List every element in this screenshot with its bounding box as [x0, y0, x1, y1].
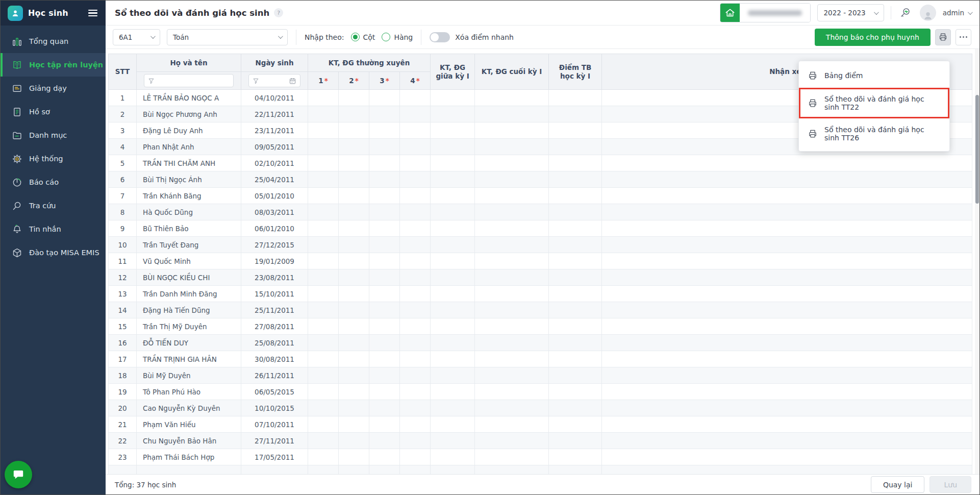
grade-cell-average[interactable] [549, 384, 602, 400]
comment-cell[interactable] [602, 155, 972, 171]
grade-cell-regular-2[interactable] [339, 90, 369, 106]
grade-cell-regular-2[interactable] [339, 269, 369, 286]
grade-cell-regular-4[interactable] [400, 204, 431, 220]
grade-cell-regular-2[interactable] [339, 286, 369, 302]
comment-cell[interactable] [602, 465, 972, 475]
grade-cell-midterm[interactable] [431, 253, 475, 269]
grade-cell-final[interactable] [475, 384, 549, 400]
comment-cell[interactable] [602, 204, 972, 220]
grade-cell-regular-3[interactable] [369, 384, 400, 400]
grade-cell-final[interactable] [475, 106, 549, 122]
school-year-select[interactable]: 2022 - 2023 [817, 4, 884, 21]
grade-cell-regular-2[interactable] [339, 318, 369, 335]
grade-cell-regular-1[interactable] [308, 204, 339, 220]
grade-cell-regular-1[interactable] [308, 171, 339, 188]
grade-cell-regular-4[interactable] [400, 465, 431, 475]
grade-cell-regular-1[interactable] [308, 220, 339, 237]
grade-cell-average[interactable] [549, 465, 602, 475]
class-select[interactable]: 6A1 [113, 29, 160, 45]
comment-cell[interactable] [602, 171, 972, 188]
grade-cell-regular-2[interactable] [339, 204, 369, 220]
grade-cell-regular-1[interactable] [308, 106, 339, 122]
grade-cell-regular-2[interactable] [339, 171, 369, 188]
grade-cell-average[interactable] [549, 253, 602, 269]
help-icon[interactable]: ? [274, 8, 283, 17]
grade-cell-regular-1[interactable] [308, 139, 339, 155]
grade-cell-final[interactable] [475, 220, 549, 237]
grade-cell-midterm[interactable] [431, 155, 475, 171]
grade-cell-final[interactable] [475, 335, 549, 351]
grade-cell-regular-1[interactable] [308, 237, 339, 253]
grade-cell-final[interactable] [475, 433, 549, 449]
grade-cell-regular-2[interactable] [339, 122, 369, 139]
print-menu-item[interactable]: Sổ theo dõi và đánh giá học sinh TT22 [799, 88, 949, 118]
grade-cell-average[interactable] [549, 416, 602, 433]
radio-column[interactable]: Cột [351, 33, 375, 41]
grade-cell-final[interactable] [475, 302, 549, 318]
grade-cell-regular-2[interactable] [339, 220, 369, 237]
grade-cell-regular-1[interactable] [308, 433, 339, 449]
grade-cell-midterm[interactable] [431, 433, 475, 449]
grade-cell-final[interactable] [475, 465, 549, 475]
grade-cell-final[interactable] [475, 400, 549, 416]
grade-cell-regular-2[interactable] [339, 155, 369, 171]
grade-cell-regular-4[interactable] [400, 351, 431, 367]
grade-cell-final[interactable] [475, 253, 549, 269]
grade-cell-regular-4[interactable] [400, 286, 431, 302]
grade-cell-final[interactable] [475, 351, 549, 367]
grade-cell-regular-2[interactable] [339, 400, 369, 416]
sidebar-item-bao-cao[interactable]: Báo cáo [1, 170, 106, 194]
grade-cell-midterm[interactable] [431, 237, 475, 253]
grade-cell-average[interactable] [549, 433, 602, 449]
grade-cell-regular-2[interactable] [339, 106, 369, 122]
grade-cell-regular-1[interactable] [308, 367, 339, 384]
grade-cell-regular-1[interactable] [308, 90, 339, 106]
grade-cell-average[interactable] [549, 90, 602, 106]
grade-cell-regular-3[interactable] [369, 318, 400, 335]
grade-cell-average[interactable] [549, 155, 602, 171]
grade-cell-average[interactable] [549, 335, 602, 351]
comment-cell[interactable] [602, 302, 972, 318]
radio-row[interactable]: Hàng [382, 33, 413, 41]
grade-cell-regular-4[interactable] [400, 416, 431, 433]
sidebar-item-giang-day[interactable]: Giảng dạy [1, 77, 106, 100]
grade-cell-midterm[interactable] [431, 286, 475, 302]
grade-cell-final[interactable] [475, 318, 549, 335]
grade-cell-final[interactable] [475, 139, 549, 155]
sidebar-item-tra-cuu[interactable]: Tra cứu [1, 194, 106, 217]
grade-cell-regular-3[interactable] [369, 106, 400, 122]
grade-cell-regular-3[interactable] [369, 286, 400, 302]
comment-cell[interactable] [602, 318, 972, 335]
grade-cell-average[interactable] [549, 400, 602, 416]
grade-cell-regular-4[interactable] [400, 188, 431, 204]
grade-cell-regular-2[interactable] [339, 384, 369, 400]
grade-cell-regular-2[interactable] [339, 302, 369, 318]
comment-cell[interactable] [602, 220, 972, 237]
grade-cell-average[interactable] [549, 122, 602, 139]
grade-cell-regular-4[interactable] [400, 237, 431, 253]
grade-cell-regular-4[interactable] [400, 122, 431, 139]
grade-cell-midterm[interactable] [431, 449, 475, 465]
grade-cell-midterm[interactable] [431, 122, 475, 139]
grade-cell-midterm[interactable] [431, 269, 475, 286]
grade-cell-average[interactable] [549, 171, 602, 188]
grade-cell-regular-2[interactable] [339, 335, 369, 351]
grade-cell-final[interactable] [475, 286, 549, 302]
back-button[interactable]: Quay lại [871, 476, 925, 493]
grade-cell-final[interactable] [475, 237, 549, 253]
grade-cell-regular-2[interactable] [339, 253, 369, 269]
grade-cell-final[interactable] [475, 204, 549, 220]
grade-cell-midterm[interactable] [431, 351, 475, 367]
comment-cell[interactable] [602, 269, 972, 286]
grade-cell-regular-4[interactable] [400, 367, 431, 384]
grade-cell-regular-4[interactable] [400, 400, 431, 416]
grade-cell-final[interactable] [475, 449, 549, 465]
grade-cell-midterm[interactable] [431, 106, 475, 122]
comment-cell[interactable] [602, 286, 972, 302]
grade-cell-regular-4[interactable] [400, 106, 431, 122]
grade-cell-midterm[interactable] [431, 335, 475, 351]
grade-cell-average[interactable] [549, 351, 602, 367]
grade-cell-regular-3[interactable] [369, 171, 400, 188]
grade-cell-regular-3[interactable] [369, 204, 400, 220]
grade-cell-midterm[interactable] [431, 384, 475, 400]
